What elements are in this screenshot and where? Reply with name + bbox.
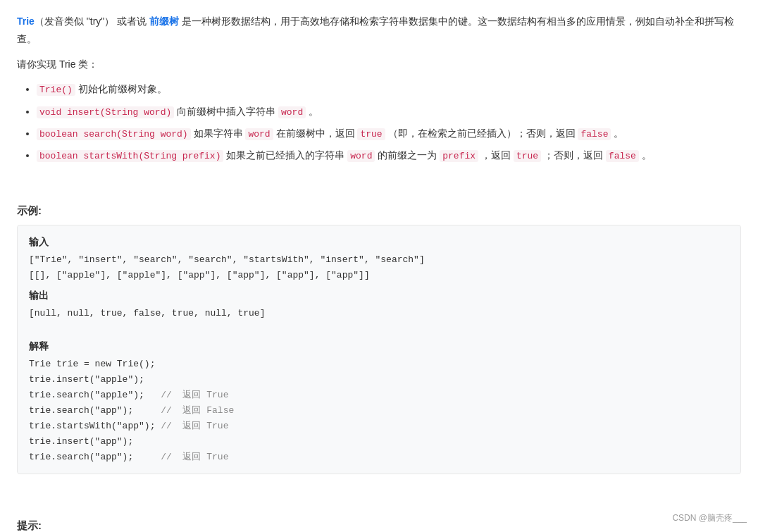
startswith-prefix-code: prefix — [440, 150, 478, 162]
input-line2: [[], ["apple"], ["apple"], ["app"], ["ap… — [29, 268, 729, 283]
prefix-tree-word: 前缀树 — [149, 16, 179, 27]
example-block: 输入 ["Trie", "insert", "search", "search"… — [17, 225, 741, 474]
search-desc1: 如果字符串 — [194, 128, 246, 139]
explain-label: 解释 — [29, 338, 729, 355]
startswith-false-code: false — [606, 150, 639, 162]
startswith-end: 。 — [642, 149, 652, 161]
search-code: boolean search(String word) — [37, 128, 191, 140]
method-insert: void insert(String word) 向前缀树中插入字符串 word… — [37, 103, 741, 120]
startswith-true-code: true — [514, 150, 541, 162]
search-desc3: （即，在检索之前已经插入）；否则，返回 — [388, 128, 578, 139]
method-list: Trie() 初始化前缀树对象。 void insert(String word… — [17, 80, 741, 165]
search-false-code: false — [578, 128, 611, 140]
search-end: 。 — [614, 128, 623, 139]
trie-init-code: Trie() — [37, 84, 75, 96]
startswith-desc4: ；否则，返回 — [544, 149, 606, 161]
explain-line-2: trie.search("apple"); // 返回 True — [29, 388, 729, 403]
explain-line-4: trie.startsWith("app"); // 返回 True — [29, 419, 729, 434]
hint-section: 提示: 1 <= word.length, prefix.length <= 2… — [17, 516, 741, 532]
footer-watermark: CSDN @脑壳疼___ — [672, 511, 747, 525]
implement-label: 请你实现 Trie 类： — [17, 56, 741, 73]
search-desc2: 在前缀树中，返回 — [276, 128, 358, 139]
output-line: [null, null, true, false, true, null, tr… — [29, 306, 729, 321]
trie-init-desc: 初始化前缀树对象。 — [78, 83, 167, 94]
intro-paragraph: Trie（发音类似 "try"） 或者说 前缀树 是一种树形数据结构，用于高效地… — [17, 13, 741, 48]
startswith-code: boolean startsWith(String prefix) — [37, 150, 223, 162]
method-startswith: boolean startsWith(String prefix) 如果之前已经… — [37, 147, 741, 164]
explain-line-0: Trie trie = new Trie(); — [29, 357, 729, 372]
explain-line-1: trie.insert("apple"); — [29, 372, 729, 388]
explain-line-5: trie.insert("app"); — [29, 434, 729, 450]
startswith-word-code: word — [347, 150, 375, 162]
output-label: 输出 — [29, 287, 729, 304]
hint-section-title: 提示: — [17, 516, 741, 532]
input-label: 输入 — [29, 234, 729, 251]
explain-line-3: trie.search("app"); // 返回 False — [29, 403, 729, 419]
method-trie-init: Trie() 初始化前缀树对象。 — [37, 80, 741, 98]
explain-lines-container: Trie trie = new Trie();trie.insert("appl… — [29, 357, 729, 466]
explain-line-6: trie.search("app"); // 返回 True — [29, 450, 729, 465]
startswith-desc1: 如果之前已经插入的字符串 — [226, 149, 347, 161]
insert-word-code: word — [278, 106, 306, 118]
trie-phonetic: （发音类似 "try"） — [35, 16, 114, 27]
startswith-desc3: ，返回 — [481, 149, 514, 161]
startswith-desc2: 的前缀之一为 — [378, 149, 440, 161]
or-text: 或者说 — [117, 16, 147, 27]
search-word-code: word — [245, 128, 273, 140]
search-true-code: true — [357, 128, 385, 140]
insert-end: 。 — [309, 106, 318, 117]
input-line1: ["Trie", "insert", "search", "search", "… — [29, 252, 729, 268]
example-section-title: 示例: — [17, 202, 741, 220]
insert-code: void insert(String word) — [37, 106, 174, 118]
insert-desc: 向前缀树中插入字符串 — [177, 106, 278, 117]
method-search: boolean search(String word) 如果字符串 word 在… — [37, 125, 741, 142]
trie-word: Trie — [17, 16, 35, 27]
